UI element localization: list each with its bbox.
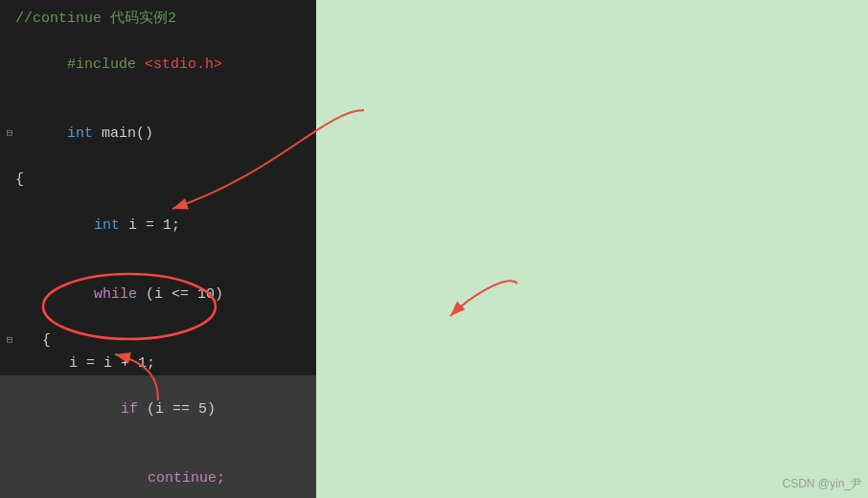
- code-brace-open: {: [15, 169, 312, 192]
- collapse-while: ⊟: [4, 332, 15, 350]
- code-while: while (i <= 10): [15, 260, 312, 329]
- code-int-i: int i = 1;: [15, 192, 312, 260]
- code-comment-line: //continue 代码实例2: [0, 8, 316, 31]
- code-while-brace-line: ⊟ {: [0, 329, 316, 352]
- code-increment: i = i + 1;: [15, 352, 312, 375]
- code-brace-open-line: {: [0, 169, 316, 192]
- code-continue-line: continue;: [0, 444, 316, 498]
- code-main: int main(): [15, 100, 312, 169]
- code-if-line: if (i == 5): [0, 375, 316, 444]
- code-panel: //continue 代码实例2 #include <stdio.h> ⊟ in…: [0, 0, 316, 498]
- code-while-brace: {: [15, 329, 312, 352]
- code-comment: //continue 代码实例2: [15, 8, 312, 31]
- code-increment-line: i = i + 1;: [0, 352, 316, 375]
- watermark: CSDN @yin_尹: [782, 476, 862, 492]
- code-continue: continue;: [15, 444, 312, 498]
- code-if: if (i == 5): [15, 375, 312, 444]
- collapse-main: ⊟: [4, 125, 15, 143]
- code-main-line: ⊟ int main(): [0, 100, 316, 169]
- code-int-i-line: int i = 1;: [0, 192, 316, 260]
- code-include-line: #include <stdio.h>: [0, 31, 316, 100]
- code-include: #include <stdio.h>: [15, 31, 312, 100]
- code-while-line: while (i <= 10): [0, 260, 316, 329]
